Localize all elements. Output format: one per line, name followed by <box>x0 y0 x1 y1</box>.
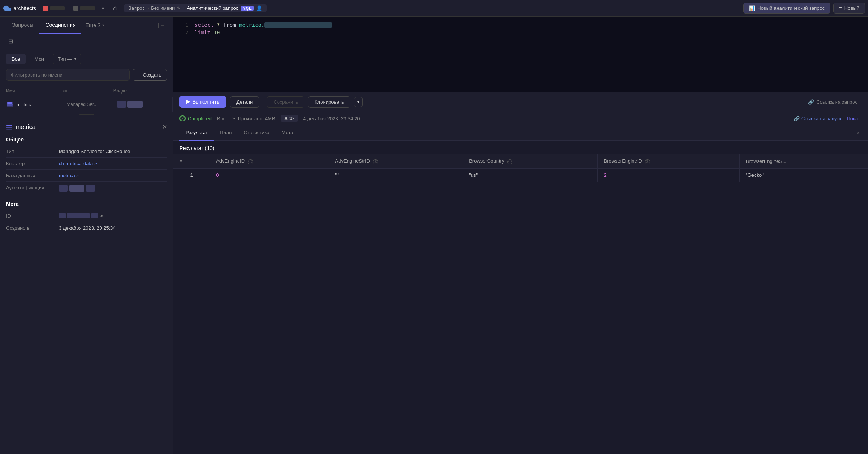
cell-row-num: 1 <box>173 168 210 182</box>
sidebar-collapse-button[interactable]: |← <box>156 20 167 30</box>
sidebar: Запросы Соединения Еще 2 ▾ |← ⊞ Все Мои <box>0 17 173 454</box>
result-tab-result[interactable]: Результат <box>179 125 214 141</box>
nav-label-analytics: Аналитический запрос <box>187 5 239 11</box>
status-bar: ✓ Completed Run 〜 Прочитано: 4MB 00:02 4… <box>173 112 868 125</box>
detail-panel: metrica ✕ Общее Тип Managed Service for … <box>0 117 173 240</box>
table-name-blurred <box>264 22 332 28</box>
search-input[interactable] <box>6 69 130 81</box>
cell-adv-engine-id: 0 <box>210 168 329 182</box>
auth-block-2 <box>69 185 84 192</box>
cell-browser-engine-s: "Gecko" <box>739 168 868 182</box>
svg-rect-0 <box>7 102 13 104</box>
details-button[interactable]: Детали <box>230 96 259 108</box>
new-button[interactable]: ≡ Новый <box>833 3 865 14</box>
sidebar-tabs: Запросы Соединения Еще 2 ▾ |← <box>0 17 173 34</box>
filter-icon-button[interactable]: ⊞ <box>6 36 15 47</box>
result-tab-stats[interactable]: Статистика <box>238 125 275 141</box>
new-label: Новый <box>844 5 859 11</box>
new-analytics-query-button[interactable]: 📊 Новый аналитический запрос <box>743 3 830 14</box>
id-block-2 <box>67 213 90 218</box>
result-tab-plan[interactable]: План <box>214 125 238 141</box>
query-link-button[interactable]: 🔗 Ссылка на запрос <box>804 97 862 107</box>
code-line-2: 2 limit 10 <box>173 29 868 36</box>
table-header-row: # AdvEngineID ⓘ AdvEngineStrID ⓘ Browser… <box>173 154 868 168</box>
tab-item-1[interactable] <box>39 4 69 12</box>
wave-icon: 〜 <box>231 115 236 122</box>
auth-display <box>59 185 95 192</box>
clone-dropdown-button[interactable]: ▾ <box>354 97 363 107</box>
adv-engine-str-id-info-icon[interactable]: ⓘ <box>373 159 378 164</box>
connections-table-header: Имя Тип Владе... <box>0 85 173 97</box>
nav-label-noname: Без имени <box>151 5 175 11</box>
col-browser-engine-s: BrowserEngineS... <box>739 154 868 168</box>
general-section-title: Общее <box>6 137 167 143</box>
result-tab-meta[interactable]: Мета <box>276 125 299 141</box>
nav-edit-icon[interactable]: ✎ <box>177 6 181 11</box>
sidebar-tab-connections[interactable]: Соединения <box>39 17 81 34</box>
col-header-owner: Владе... <box>113 88 167 94</box>
detail-row-id: ID ро <box>6 210 167 222</box>
col-row-num: # <box>173 154 210 168</box>
top-bar-right: 📊 Новый аналитический запрос ≡ Новый <box>743 3 865 14</box>
cell-browser-engine-id: 2 <box>598 168 740 182</box>
show-results-button[interactable]: Пока... <box>847 116 862 121</box>
home-button[interactable]: ⌂ <box>109 3 121 14</box>
sidebar-tab-queries[interactable]: Запросы <box>6 17 39 34</box>
run-button[interactable]: Выполнить <box>179 96 226 108</box>
adv-engine-id-info-icon[interactable]: ⓘ <box>248 159 253 164</box>
tab-icon-2 <box>73 6 78 11</box>
id-block-1 <box>59 213 66 218</box>
sidebar-tab-more[interactable]: Еще 2 ▾ <box>81 17 107 34</box>
auth-block-1 <box>59 185 68 192</box>
result-table: # AdvEngineID ⓘ AdvEngineStrID ⓘ Browser… <box>173 154 868 182</box>
filter-mine-button[interactable]: Мои <box>29 54 49 64</box>
ok-circle-icon: ✓ <box>179 115 186 121</box>
connection-type: Managed Ser... <box>67 102 117 107</box>
result-tab-right: › <box>854 129 862 136</box>
detail-title: metrica <box>6 124 35 130</box>
tab-item-2[interactable] <box>69 4 99 12</box>
run-link-button[interactable]: 🔗 Ссылка на запуск <box>794 116 841 121</box>
cluster-link[interactable]: ch-metrica-data <box>59 161 97 166</box>
cell-browser-country: "us" <box>463 168 598 182</box>
col-header-name: Имя <box>6 88 60 94</box>
status-read-info: 〜 Прочитано: 4MB <box>231 115 275 122</box>
detail-row-created: Создано в 3 декабря 2023, 20:25:34 <box>6 222 167 234</box>
svg-rect-2 <box>7 106 13 107</box>
browser-country-info-icon[interactable]: ⓘ <box>507 159 512 164</box>
svg-rect-1 <box>7 104 13 106</box>
svg-rect-5 <box>6 129 12 130</box>
auth-block-3 <box>86 185 95 192</box>
code-editor[interactable]: 1 select * from metrica. 2 limit 10 <box>173 17 868 92</box>
nav-badge: YQL <box>241 6 254 11</box>
id-display: ро <box>59 213 104 218</box>
link-icon-run: 🔗 <box>794 116 800 121</box>
tab-dropdown-button[interactable]: ▾ <box>100 5 106 12</box>
id-block-3 <box>91 213 98 218</box>
type-dropdown-button[interactable]: Тип — ▾ <box>53 54 81 64</box>
table-row[interactable]: metrica Managed Ser... <box>0 97 173 112</box>
chevron-down-icon-clone: ▾ <box>357 100 359 104</box>
filter-all-button[interactable]: Все <box>6 54 26 64</box>
brand-name: architects <box>14 5 36 11</box>
meta-section-title: Мета <box>6 201 167 207</box>
brand[interactable]: architects <box>3 4 36 12</box>
list-icon: ≡ <box>839 5 842 11</box>
detail-close-button[interactable]: ✕ <box>162 123 167 130</box>
result-title: Результат (10) <box>173 141 868 154</box>
create-button[interactable]: + Создать <box>133 69 167 81</box>
tab-label-2 <box>80 6 95 10</box>
db-link[interactable]: metrica <box>59 173 79 178</box>
col-browser-engine-id: BrowserEngineID ⓘ <box>598 154 740 168</box>
clone-button[interactable]: Клонировать <box>308 96 350 108</box>
save-button[interactable]: Сохранить <box>267 96 304 108</box>
browser-engine-id-info-icon[interactable]: ⓘ <box>645 159 650 164</box>
sidebar-toolbar: ⊞ <box>0 34 173 49</box>
nav-separator-2: › <box>183 5 184 11</box>
status-time: 00:02 <box>281 115 298 122</box>
detail-row-type: Тип Managed Service for ClickHouse <box>6 146 167 158</box>
detail-db-icon <box>6 124 13 130</box>
result-tab-collapse[interactable]: › <box>854 129 862 136</box>
detail-header: metrica ✕ <box>6 123 167 130</box>
query-toolbar: Выполнить Детали Сохранить Клонировать ▾… <box>173 92 868 112</box>
